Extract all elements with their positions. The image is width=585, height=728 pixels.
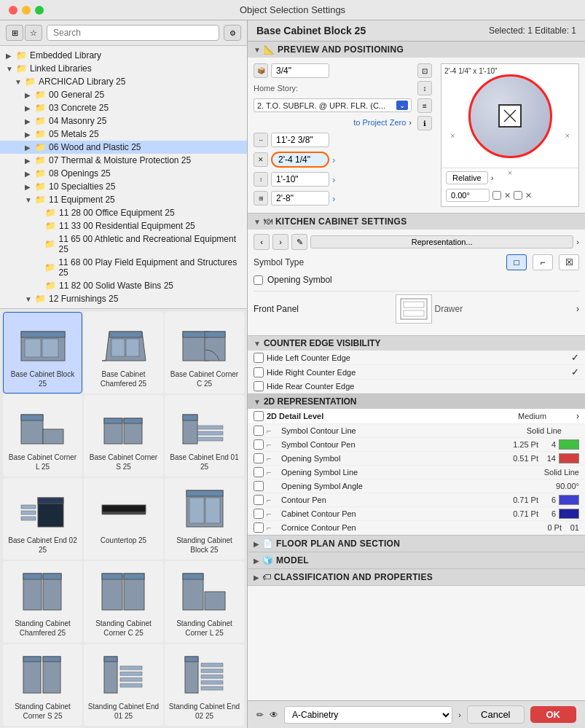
- side-icon-3[interactable]: ≡: [417, 98, 432, 113]
- thumbnail-standing-cabinet-block[interactable]: Standing Cabinet Block 25: [165, 478, 244, 560]
- side-icon-1[interactable]: ⊡: [417, 63, 432, 78]
- detail-level-arrow[interactable]: ›: [576, 411, 579, 421]
- depth2-arrow[interactable]: ›: [332, 174, 335, 185]
- row-swatch-1[interactable]: [559, 439, 579, 450]
- row-swatch-6[interactable]: [559, 509, 579, 519]
- row-checkbox-7[interactable]: [254, 522, 264, 533]
- counter-edge-rear-checkbox[interactable]: [254, 381, 264, 391]
- nav-prev-button[interactable]: ‹: [254, 234, 270, 250]
- row-swatch-5[interactable]: [559, 495, 579, 505]
- tree-item-1128[interactable]: 📁 11 28 00 Office Equipment 25: [0, 206, 247, 219]
- tree-item-1168[interactable]: 📁 11 68 00 Play Field Equipment and Stru…: [0, 256, 247, 279]
- nav-next-button[interactable]: ›: [272, 234, 288, 250]
- nav-edit-button[interactable]: ✎: [291, 234, 307, 250]
- thumbnail-base-cabinet-corner-c[interactable]: Base Cabinet Corner C 25: [165, 312, 244, 394]
- opening-symbol-checkbox[interactable]: [254, 275, 263, 285]
- thumbnail-standing-cabinet-chamfered[interactable]: Standing Cabinet Chamfered 25: [3, 561, 82, 643]
- tree-item-1133[interactable]: 📁 11 33 00 Residential Equipment 25: [0, 219, 247, 232]
- preview-section-header[interactable]: ▼ 📐 PREVIEW AND POSITIONING: [248, 42, 585, 58]
- thumbnail-standing-cabinet-end-01[interactable]: Standing Cabinet End 01 25: [84, 644, 163, 726]
- tree-item-linked-libraries[interactable]: ▼ 📁 Linked Libraries: [0, 62, 247, 75]
- representation-button[interactable]: Representation...: [310, 235, 573, 248]
- floor-plan-header[interactable]: ▶ 📄 FLOOR PLAN AND SECTION: [248, 536, 585, 552]
- thumbnail-standing-cabinet-corner-s[interactable]: Standing Cabinet Corner S 25: [3, 644, 82, 726]
- layer-select[interactable]: A-Cabinetry: [284, 706, 452, 724]
- depth3-input[interactable]: [271, 191, 329, 206]
- tree-item-1165[interactable]: 📁 11 65 00 Athletic and Recreational Equ…: [0, 232, 247, 256]
- height-input[interactable]: [271, 152, 329, 168]
- story-select-arrow[interactable]: ⌄: [396, 101, 408, 110]
- counter-edge-header[interactable]: ▼ COUNTER EDGE VISIBILITY: [248, 336, 585, 351]
- thumbnail-standing-cabinet-end-02[interactable]: Standing Cabinet End 02 25: [165, 644, 244, 726]
- ok-button[interactable]: OK: [530, 706, 577, 723]
- thumbnail-base-cabinet-end-02[interactable]: Base Cabinet End 02 25: [3, 478, 82, 560]
- front-panel-arrow[interactable]: ›: [576, 304, 579, 314]
- thumbnail-base-cabinet-corner-s[interactable]: Base Cabinet Corner S 25: [84, 395, 163, 477]
- thumbnail-standing-cabinet-corner-l[interactable]: Standing Cabinet Corner L 25: [165, 561, 244, 643]
- row-checkbox-6[interactable]: [254, 509, 264, 519]
- width-input[interactable]: [271, 133, 329, 147]
- counter-edge-right-checkbox[interactable]: [254, 367, 264, 377]
- angle-checkbox-2[interactable]: [514, 191, 522, 200]
- row-checkbox-5[interactable]: [254, 495, 264, 505]
- settings-icon[interactable]: ⚙: [224, 25, 241, 41]
- close-button[interactable]: [9, 6, 17, 15]
- row-checkbox-3[interactable]: [254, 467, 264, 477]
- tree-item-04-masonry[interactable]: ▶ 📁 04 Masonry 25: [0, 114, 247, 128]
- tree-item-06-wood[interactable]: ▶ 📁 06 Wood and Plastic 25: [0, 141, 247, 154]
- row-checkbox-2[interactable]: [254, 453, 264, 463]
- tree-item-10-specialties[interactable]: ▶ 📁 10 Specialties 25: [0, 180, 247, 193]
- thumbnail-standing-cabinet-corner-c[interactable]: Standing Cabinet Corner C 25: [84, 561, 163, 643]
- search-input[interactable]: [47, 25, 219, 41]
- tree-item-05-metals[interactable]: ▶ 📁 05 Metals 25: [0, 128, 247, 141]
- symbol-btn-rect[interactable]: □: [506, 254, 527, 270]
- row-checkbox-0[interactable]: [254, 426, 264, 436]
- cabinet-icon: [98, 487, 149, 531]
- symbol-btn-line[interactable]: ⌐: [533, 254, 553, 270]
- thumbnail-base-cabinet-block[interactable]: Base Cabinet Block 25: [3, 312, 82, 394]
- 2d-rep-header[interactable]: ▼ 2D REPRESENTATION: [248, 394, 585, 409]
- layer-arrow[interactable]: ›: [458, 711, 461, 719]
- depth3-arrow[interactable]: ›: [332, 193, 335, 204]
- tree-item-1182[interactable]: 📁 11 82 00 Solid Waste Bins 25: [0, 279, 247, 292]
- tree-item-07-thermal[interactable]: ▶ 📁 07 Thermal & Moisture Protection 25: [0, 154, 247, 167]
- rep-arrow[interactable]: ›: [576, 238, 579, 246]
- tree-item-03-concrete[interactable]: ▶ 📁 03 Concrete 25: [0, 101, 247, 114]
- thumbnail-base-cabinet-end-01[interactable]: Base Cabinet End 01 25: [165, 395, 244, 477]
- thumbnail-base-cabinet-chamfered[interactable]: Base Cabinet Chamfered 25: [84, 312, 163, 394]
- model-header[interactable]: ▶ 🧊 MODEL: [248, 552, 585, 568]
- counter-edge-left-checkbox[interactable]: [254, 353, 264, 363]
- maximize-button[interactable]: [35, 6, 44, 15]
- tree-item-archicad-library[interactable]: ▼ 📁 ARCHICAD Library 25: [0, 75, 247, 88]
- depth-input[interactable]: [271, 63, 329, 78]
- minimize-button[interactable]: [22, 6, 31, 15]
- classification-header[interactable]: ▶ 🏷 CLASSIFICATION AND PROPERTIES: [248, 569, 585, 585]
- star-icon[interactable]: ☆: [25, 25, 42, 41]
- side-icon-4[interactable]: ℹ: [417, 116, 432, 130]
- story-select[interactable]: 2. T.O. SUBFLR. @ UPR. FLR. (C... ⌄: [254, 98, 412, 112]
- kitchen-section-header[interactable]: ▼ 🍽 KITCHEN CABINET SETTINGS: [248, 214, 585, 230]
- tree-item-11-equipment[interactable]: ▼ 📁 11 Equipment 25: [0, 193, 247, 206]
- tree-item-embedded-library[interactable]: ▶ 📁 Embedded Library: [0, 49, 247, 62]
- angle-input[interactable]: [446, 189, 490, 202]
- row-swatch-2[interactable]: [559, 453, 579, 463]
- relative-button[interactable]: Relative: [446, 171, 488, 184]
- cancel-button[interactable]: Cancel: [467, 705, 524, 724]
- symbol-btn-x[interactable]: ☒: [559, 254, 579, 270]
- depth2-input[interactable]: [271, 172, 329, 187]
- tree-item-00-general[interactable]: ▶ 📁 00 General 25: [0, 88, 247, 101]
- thumbnail-preview: [14, 566, 72, 617]
- side-icon-2[interactable]: ↕: [417, 81, 432, 95]
- tree-item-12-furnishings[interactable]: ▼ 📁 12 Furnishings 25: [0, 292, 247, 305]
- detail-level-checkbox[interactable]: [254, 411, 264, 421]
- thumbnail-base-cabinet-corner-l[interactable]: Base Cabinet Corner L 25: [3, 395, 82, 477]
- tree-item-08-openings[interactable]: ▶ 📁 08 Openings 25: [0, 167, 247, 180]
- row-checkbox-4[interactable]: [254, 481, 264, 491]
- nav-icon[interactable]: ⊞: [6, 25, 23, 41]
- symbol-type-row: Symbol Type □ ⌐ ☒: [254, 254, 579, 270]
- angle-checkbox-1[interactable]: [492, 191, 501, 200]
- row-checkbox-1[interactable]: [254, 439, 264, 450]
- to-project-link[interactable]: to Project Zero: [353, 118, 406, 127]
- thumbnail-countertop[interactable]: Countertop 25: [84, 478, 163, 560]
- height-arrow[interactable]: ›: [332, 154, 335, 165]
